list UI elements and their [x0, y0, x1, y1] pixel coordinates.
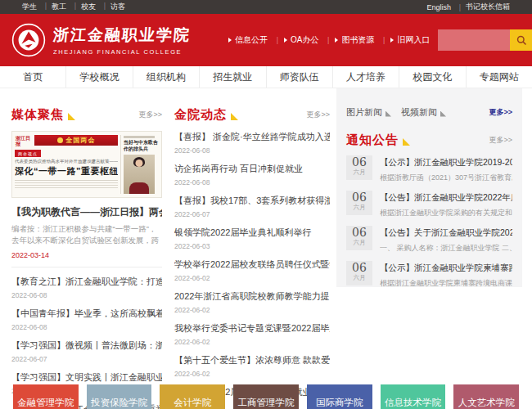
notice-summary: 根据浙教厅函（2021）307号浙江省教育厅 浙江省...: [380, 173, 512, 183]
search-input[interactable]: [438, 29, 510, 51]
article-title: 【喜报】我校17部、3套系列教材获得浙江省普通高...: [174, 195, 330, 207]
tile-business-management[interactable]: 工商管理学院: [233, 384, 299, 409]
news-list-item[interactable]: 银领学院2022届毕业典礼顺利举行 2022-06-03: [174, 227, 330, 250]
notice-text: 【公告】浙江金融职业学院2022年度建设（修... 根据浙江金融职业学院采购的有…: [380, 191, 512, 218]
featured-article-title[interactable]: 【我为职教代言——浙江日报】两会观察丨代...: [11, 205, 162, 219]
college-tiles-footer: 金融管理学院 投资保险学院 会计学院 工商管理学院 国际商学院 信息技术学院 人…: [0, 384, 532, 409]
article-date: 2022-06-03: [174, 242, 330, 250]
link-president-mailbox[interactable]: 书记校长信箱: [458, 2, 517, 12]
newspaper-clipping-image[interactable]: 浙江日报 全国两会 两会视点 代表委员热议推动高水平对外开放建设建言献策—— 深…: [11, 131, 162, 198]
divider: [11, 267, 162, 267]
college-news-section: 金院动态 更多>> 【喜报】 浙金院·华立丝路学院成功入选浙江省首批“... 2…: [174, 88, 330, 409]
media-focus-more-link[interactable]: 更多>>: [138, 110, 162, 120]
news-list-item[interactable]: 【喜报】 浙金院·华立丝路学院成功入选浙江省首批“... 2022-06-08: [174, 131, 330, 155]
tile-information-technology[interactable]: 信息技术学院: [381, 384, 446, 409]
notice-item[interactable]: 06 六月 【公示】浙江金融职业学院柬埔寨跨境电商课程... 根据浙江金融职业学…: [346, 261, 512, 289]
notice-date-badge: 06 六月: [346, 155, 372, 180]
media-list-item[interactable]: 【教育之江】浙江金融职业学院：打造职教发展高地 ... 2022-06-08: [11, 276, 162, 299]
news-list-item[interactable]: 2022年浙江省高职院校教师教学能力提升研修班成功... 2022-06-02: [174, 290, 330, 314]
college-name-en: ZHEJIANG FINANCIAL COLLEGE: [53, 48, 191, 56]
yellow-corner-icon: [231, 113, 238, 120]
notice-text: 【公示】浙江金融职业学院2019-2020、2020-... 根据浙教厅函（20…: [380, 155, 512, 183]
tile-investment-insurance[interactable]: 投资保险学院: [87, 384, 152, 409]
newspaper-banner: 全国两会: [34, 135, 118, 146]
notice-month: 六月: [346, 274, 372, 282]
tab-picture-news[interactable]: 图片新闻: [346, 106, 391, 119]
featured-article-date: 2022-03-14: [11, 251, 162, 259]
notice-title: 【公示】浙江金融职业学院2019-2020、2020-...: [380, 157, 512, 169]
link-old-site[interactable]: 旧网入口: [382, 34, 438, 46]
link-students[interactable]: 学生: [15, 2, 44, 12]
notice-summary: 根据浙江金融职业学院采购的有关规定和要求，浙...: [380, 208, 512, 218]
yellow-corner-icon: [68, 113, 75, 120]
news-list-item[interactable]: 访企拓岗再行动 百日冲刺促就业 2022-06-08: [174, 163, 330, 187]
newspaper-ribbon: 两会视点: [15, 150, 41, 157]
link-oa-office[interactable]: OA办公: [276, 34, 327, 46]
tab-label: 视频新闻: [401, 106, 437, 119]
tile-international-business[interactable]: 国际商学院: [307, 384, 372, 409]
article-date: 2022-06-02: [174, 370, 330, 378]
notice-date-badge: 06 六月: [346, 261, 372, 285]
arrow-right-icon: [390, 38, 394, 43]
utility-links: English 书记校长信箱: [419, 2, 517, 12]
link-visitors[interactable]: 访客: [103, 2, 133, 12]
link-english[interactable]: English: [419, 3, 458, 11]
nav-organization[interactable]: 组织机构: [133, 66, 200, 88]
person-portrait-image: [124, 155, 155, 194]
article-title: 学校举行2022届校友联络员聘任仪式暨学习交流会: [174, 258, 330, 271]
nav-faculty[interactable]: 师资队伍: [267, 66, 333, 88]
notice-date-badge: 06 六月: [346, 226, 372, 250]
news-list-item[interactable]: 【喜报】我校17部、3套系列教材获得浙江省普通高... 2022-06-07: [174, 195, 330, 218]
news-list-item[interactable]: 【第十五个爱生节】浓浓尊师意 款款爱生情——学校... 2022-06-02: [174, 354, 330, 378]
nav-home[interactable]: 首页: [0, 66, 66, 88]
media-list-item[interactable]: 【学习强国】微视频丨普法微剧场：浙江金融职业学院... 2022-06-07: [11, 339, 162, 363]
quick-link-label: 图书资源: [341, 34, 374, 46]
quick-link-label: OA办公: [291, 34, 318, 46]
college-logo-icon[interactable]: [11, 23, 46, 57]
search-bar: [438, 29, 532, 51]
main-nav: 首页 学校概况 组织机构 招生就业 师资队伍 人才培养 校园文化 专题网站: [0, 66, 532, 88]
article-date: 2022-06-02: [174, 338, 330, 346]
notice-item[interactable]: 06 六月 【公告】浙江金融职业学院2022年度建设（修... 根据浙江金融职业…: [346, 191, 512, 218]
search-button[interactable]: [510, 29, 532, 51]
notices-title: 通知公告: [346, 133, 399, 148]
link-faculty[interactable]: 教工: [44, 2, 74, 12]
media-list-item[interactable]: 【中国青年报】毕业季，这所高校飘着浓浓的“感恩味” 2022-06-08: [11, 308, 162, 331]
notice-item[interactable]: 06 六月 【公示】浙江金融职业学院2019-2020、2020-... 根据浙…: [346, 155, 512, 183]
tab-label: 图片新闻: [346, 106, 382, 119]
tile-finance-management[interactable]: 金融管理学院: [13, 384, 79, 409]
nav-special-sites[interactable]: 专题网站: [467, 66, 532, 88]
link-info-disclosure[interactable]: 信息公开: [220, 34, 276, 46]
news-list-item[interactable]: 我校举行党委书记专题党课暨2022届毕业生党员教育... 2022-06-02: [174, 322, 330, 346]
news-list-item[interactable]: 学校举行2022届校友联络员聘任仪式暨学习交流会 2022-06-02: [174, 258, 330, 282]
nav-talent-training[interactable]: 人才培养: [333, 66, 399, 88]
tab-video-news[interactable]: 视频新闻: [401, 106, 446, 119]
notice-month: 六月: [346, 239, 372, 247]
gray-corner-icon: [385, 111, 391, 117]
notice-title: 【公告】关于浙江金融职业学院2022年度建设...: [380, 227, 512, 239]
notices-more-link[interactable]: 更多>>: [489, 135, 512, 146]
featured-article-summary: 编者按：浙江正积极参与共建“一带一路”，去年以来不断深化自贸试验区创新发展，跨境…: [11, 223, 162, 247]
nav-school-overview[interactable]: 学校概况: [66, 66, 133, 88]
college-name: 浙江金融职业学院 ZHEJIANG FINANCIAL COLLEGE: [53, 25, 191, 56]
media-focus-section: 媒体聚焦 更多>> 浙江日报 全国两会 两会视点 代表委员热议推动高水平对外开放…: [11, 88, 162, 409]
notice-item[interactable]: 06 六月 【公告】关于浙江金融职业学院2022年度建设... 一、 采购人名称…: [346, 226, 512, 254]
picture-news-slider: [346, 119, 512, 133]
college-news-more-link[interactable]: 更多>>: [306, 110, 330, 120]
nav-campus-culture[interactable]: 校园文化: [399, 66, 466, 88]
notice-day: 06: [346, 262, 372, 274]
media-focus-header: 媒体聚焦 更多>>: [11, 107, 162, 123]
tile-humanities-arts[interactable]: 人文艺术学院: [453, 384, 519, 409]
tile-accounting[interactable]: 会计学院: [160, 384, 225, 409]
right-panel: 图片新闻 视频新闻 更多>> 通知公告 更多>> 06 六月 【公示】浙江金融职…: [336, 88, 522, 287]
article-date: 2022-06-07: [174, 210, 330, 218]
banner-text: 全国两会: [66, 136, 96, 145]
article-title: 2022年浙江省高职院校教师教学能力提升研修班成功...: [174, 290, 330, 303]
arrow-right-icon: [228, 38, 232, 43]
link-alumni[interactable]: 校友: [74, 2, 103, 12]
link-library[interactable]: 图书资源: [327, 34, 382, 46]
article-title: 【学习强国】微视频丨普法微剧场：浙江金融职业学院...: [11, 339, 162, 352]
gray-corner-icon: [440, 111, 446, 117]
nav-admissions[interactable]: 招生就业: [200, 66, 266, 88]
media-tabs-more-link[interactable]: 更多>>: [489, 107, 512, 118]
